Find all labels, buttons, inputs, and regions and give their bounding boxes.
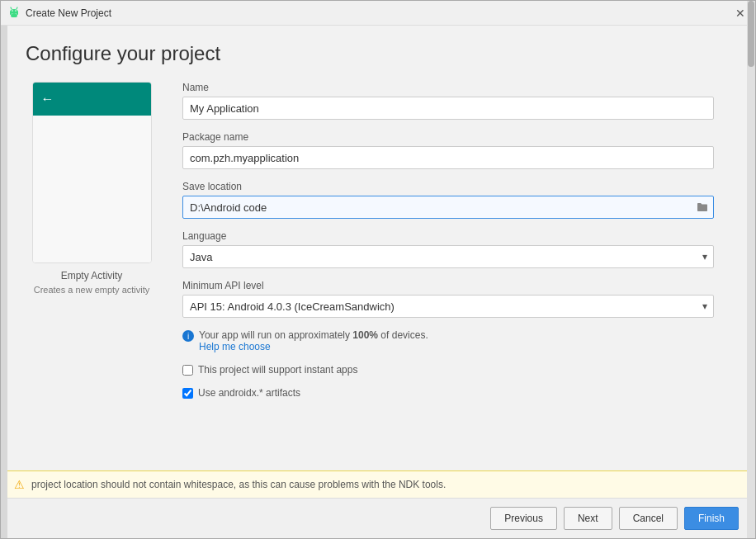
help-me-choose-link[interactable]: Help me choose	[199, 341, 271, 352]
back-arrow-icon: ←	[41, 92, 54, 106]
svg-rect-2	[17, 12, 18, 15]
language-select-wrapper: Java Kotlin	[182, 245, 714, 268]
page-title: Configure your project	[26, 42, 730, 65]
next-button[interactable]: Next	[564, 507, 612, 530]
title-bar-left: Create New Project	[7, 7, 111, 20]
language-label: Language	[182, 230, 714, 242]
save-location-group: Save location	[182, 181, 714, 219]
warning-icon: ⚠	[14, 478, 25, 491]
footer: Previous Next Cancel Finish	[1, 498, 755, 538]
api-info-bold: 100%	[352, 329, 378, 341]
package-label: Package name	[182, 131, 714, 143]
activity-preview-card: ←	[32, 82, 152, 263]
warning-text: project location should not contain whit…	[31, 479, 446, 490]
api-select-wrapper: API 15: Android 4.0.3 (IceCreamSandwich)…	[182, 295, 714, 318]
svg-line-6	[11, 7, 12, 9]
activity-description-label: Creates a new empty activity	[34, 285, 150, 295]
save-location-input[interactable]	[182, 196, 714, 219]
language-group: Language Java Kotlin	[182, 230, 714, 268]
api-level-select[interactable]: API 15: Android 4.0.3 (IceCreamSandwich)…	[182, 295, 714, 318]
close-button[interactable]: ✕	[732, 5, 749, 21]
android-studio-icon	[7, 7, 21, 20]
name-label: Name	[182, 82, 714, 93]
instant-apps-label: This project will support instant apps	[198, 364, 357, 376]
preview-card-body	[33, 116, 151, 262]
androidx-row: Use androidx.* artifacts	[182, 387, 714, 399]
instant-apps-row: This project will support instant apps	[182, 364, 714, 376]
api-info-row: i Your app will run on approximately 100…	[182, 329, 714, 352]
name-group: Name	[182, 82, 714, 120]
api-info-suffix: of devices.	[378, 329, 428, 341]
svg-point-5	[15, 10, 17, 12]
scrollbar[interactable]	[747, 73, 755, 470]
api-select-row: API 15: Android 4.0.3 (IceCreamSandwich)…	[182, 295, 714, 318]
main-area: ← Empty Activity Creates a new empty act…	[1, 73, 755, 470]
left-sidebar-decoration	[1, 26, 7, 538]
info-icon: i	[182, 330, 194, 342]
androidx-checkbox[interactable]	[182, 388, 193, 399]
svg-rect-1	[10, 12, 12, 15]
androidx-label: Use androidx.* artifacts	[198, 387, 300, 399]
previous-button[interactable]: Previous	[490, 507, 557, 530]
create-project-dialog: Create New Project ✕ Configure your proj…	[0, 0, 756, 539]
api-info-prefix: Your app will run on approximately	[199, 329, 352, 341]
language-select[interactable]: Java Kotlin	[182, 245, 714, 268]
api-level-label: Minimum API level	[182, 280, 714, 291]
dialog-content: Configure your project ← Empty Activity …	[1, 26, 755, 538]
save-location-input-wrapper	[182, 196, 714, 219]
svg-rect-3	[11, 14, 17, 17]
browse-folder-button[interactable]	[694, 199, 711, 215]
package-group: Package name	[182, 131, 714, 169]
name-input[interactable]	[182, 97, 714, 120]
package-input[interactable]	[182, 146, 714, 169]
title-bar: Create New Project ✕	[1, 1, 755, 26]
svg-line-7	[17, 7, 17, 9]
api-info-text: Your app will run on approximately 100% …	[199, 329, 428, 352]
finish-button[interactable]: Finish	[684, 507, 739, 530]
page-header: Configure your project	[1, 26, 755, 73]
instant-apps-checkbox[interactable]	[182, 365, 193, 376]
dialog-title: Create New Project	[26, 7, 111, 19]
form-panel: Name Package name Save location	[182, 82, 730, 462]
warning-bar: ⚠ project location should not contain wh…	[1, 470, 755, 498]
cancel-button[interactable]: Cancel	[619, 507, 678, 530]
preview-card-header: ←	[33, 83, 151, 116]
left-panel: ← Empty Activity Creates a new empty act…	[26, 82, 158, 462]
activity-type-label: Empty Activity	[61, 270, 123, 281]
svg-point-4	[12, 10, 13, 12]
save-location-label: Save location	[182, 181, 714, 192]
api-level-group: Minimum API level API 15: Android 4.0.3 …	[182, 280, 714, 318]
